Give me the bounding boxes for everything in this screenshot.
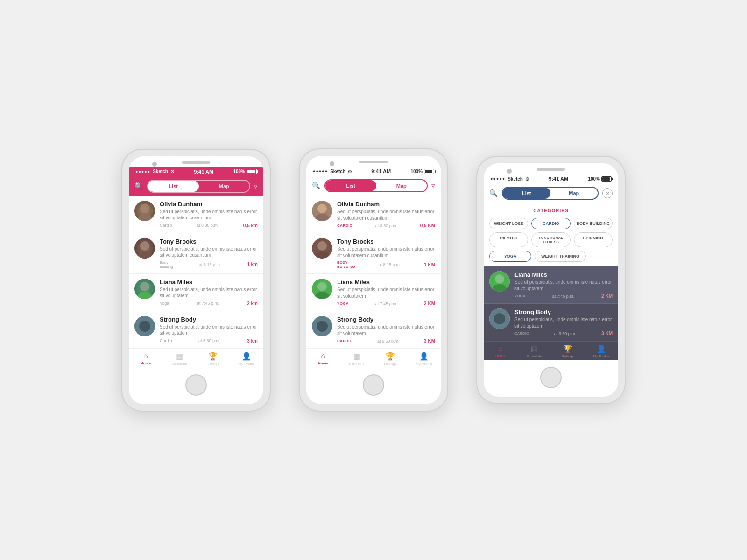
dark-item-3-2[interactable]: Strong Body Sed ut perspiciatis, unde om… <box>484 304 618 341</box>
cat-grid-row1: WEIGHT LOSS CARDIO BODY BUILDING <box>489 218 613 229</box>
time-3: 9:41 AM <box>549 176 568 182</box>
item-desc-1-1: Sed ut perspiciatis, unde omnis iste nat… <box>160 209 258 221</box>
cat-weight-training[interactable]: WEIGHT TRAINING <box>535 251 586 262</box>
dark-item-3-1[interactable]: Liana Miles Sed ut perspiciatis, unde om… <box>484 266 618 304</box>
cat-grid-row2: PILATES FUNCTIONAL FITNESS SPINNING <box>489 232 613 247</box>
filter-icon-1[interactable]: ▿ <box>254 182 258 190</box>
item-content-1-3: Liana Miles Sed ut perspiciatis, unde om… <box>160 279 258 306</box>
item-tag-2-4: CARDIO <box>337 339 352 343</box>
tab-schedule-2[interactable]: ▦ Schedule <box>340 352 374 366</box>
home-button-2[interactable] <box>363 374 384 396</box>
tab-list-1[interactable]: List <box>148 181 199 192</box>
tab-home-3[interactable]: ⌂ Home <box>484 344 517 358</box>
dark-item-desc-3-2: Sed ut perspiciatis, unde omnis iste nat… <box>514 316 613 329</box>
tab-group-2[interactable]: List Map <box>324 179 428 192</box>
search-icon-2[interactable]: 🔍 <box>312 182 321 190</box>
tab-map-2[interactable]: Map <box>376 180 427 191</box>
list-item-2-3[interactable]: Liana Miles Sed ut perspiciatis, unde om… <box>306 274 441 311</box>
cat-yoga[interactable]: YOGA <box>489 251 531 262</box>
signal-1: ●●●●● Sketch ⊙ <box>135 169 174 174</box>
home-button-3[interactable] <box>540 367 562 388</box>
list-item-2-4[interactable]: Strong Body Sed ut perspiciatis, unde om… <box>306 311 441 349</box>
tab-profile-3[interactable]: 👤 My Profile <box>585 344 618 358</box>
item-tag-1-2: BodyBuilding <box>160 260 173 269</box>
dark-item-footer-3-1: YOGA at 7:45 p.m. 2 KM <box>514 294 613 299</box>
tab-profile-1[interactable]: 👤 My Profile <box>230 352 263 366</box>
list-item-1-3[interactable]: Liana Miles Sed ut perspiciatis, unde om… <box>129 274 263 311</box>
tab-ratings-1[interactable]: 🏆 Ratings <box>196 352 230 366</box>
bottom-tabs-2: ⌂ Home ▦ Schedule 🏆 Ratings 👤 My Profile <box>306 349 441 368</box>
phone-bottom-1 <box>129 368 263 404</box>
schedule-label-1: Schedule <box>171 362 187 366</box>
avatar-tony-1 <box>134 238 155 259</box>
cat-pilates[interactable]: PILATES <box>489 232 528 247</box>
item-desc-2-2: Sed ut perspiciatis, unde omnis iste nat… <box>337 246 435 259</box>
schedule-icon-3: ▦ <box>531 344 538 353</box>
cat-body-building[interactable]: BODY BUILDING <box>574 218 613 229</box>
page-wrapper: ●●●●● Sketch ⊙ 9:41 AM 100% 🔍 List Map <box>0 111 747 449</box>
battery-pct-3: 100% <box>588 176 600 182</box>
phone-1: ●●●●● Sketch ⊙ 9:41 AM 100% 🔍 List Map <box>121 149 271 412</box>
tab-home-2[interactable]: ⌂ Home <box>306 352 340 366</box>
tab-schedule-3[interactable]: ▦ Schedule <box>517 344 551 358</box>
filter-icon-2[interactable]: ▿ <box>431 182 435 190</box>
svg-point-1 <box>138 214 152 221</box>
item-name-2-1: Olivia Dunham <box>337 201 435 208</box>
list-item-1-2[interactable]: Tony Brooks Sed ut perspiciatis, unde om… <box>129 233 263 274</box>
cat-cardio[interactable]: CARDIO <box>531 218 570 229</box>
item-dist-2-2: 1 KM <box>424 262 435 267</box>
tab-group-3[interactable]: List Map <box>502 187 599 200</box>
cat-weight-loss[interactable]: WEIGHT LOSS <box>489 218 528 229</box>
home-button-1[interactable] <box>185 374 207 396</box>
item-footer-1-3: Yoga at 7:45 p.m. 2 km <box>160 301 258 306</box>
phone-top-2 <box>306 156 441 166</box>
item-meta-1-3: at 7:45 p.m. <box>197 301 219 306</box>
svg-point-15 <box>317 282 327 291</box>
nav-bar-2[interactable]: 🔍 List Map ▿ <box>306 176 441 196</box>
home-label-1: Home <box>141 361 151 365</box>
item-desc-1-4: Sed ut perspiciatis, unde omnis iste nat… <box>160 324 258 336</box>
battery-pct-2: 100% <box>410 169 423 174</box>
battery-area-1: 100% <box>233 169 257 174</box>
dark-item-meta-3-1: at 7:45 p.m. <box>552 294 575 299</box>
home-label-3: Home <box>495 354 506 358</box>
tab-ratings-3[interactable]: 🏆 Ratings <box>551 344 585 358</box>
profile-icon-1: 👤 <box>242 352 251 361</box>
bottom-tabs-3: ⌂ Home ▦ Schedule 🏆 Ratings 👤 My Profile <box>484 341 618 360</box>
carrier-1: Sketch <box>153 169 168 174</box>
list-item-1-1[interactable]: Olivia Dunham Sed ut perspiciatis, unde … <box>129 196 263 233</box>
battery-area-3: 100% <box>588 176 612 182</box>
list-item-2-2[interactable]: Tony Brooks Sed ut perspiciatis, unde om… <box>306 233 441 274</box>
nav-bar-1[interactable]: 🔍 List Map ▿ <box>129 176 263 196</box>
battery-icon-3 <box>601 176 612 182</box>
home-icon-2: ⌂ <box>321 352 325 360</box>
avatar-liana-1 <box>134 279 155 299</box>
tab-home-1[interactable]: ⌂ Home <box>129 352 162 366</box>
list-item-1-4[interactable]: Strong Body Sed ut perspiciatis, unde om… <box>129 311 263 349</box>
tab-list-3[interactable]: List <box>503 188 550 199</box>
search-icon-3[interactable]: 🔍 <box>489 189 498 197</box>
tab-group-1[interactable]: List Map <box>147 180 250 193</box>
tab-ratings-2[interactable]: 🏆 Ratings <box>374 352 407 366</box>
tab-list-2[interactable]: List <box>325 180 376 191</box>
cat-spinning[interactable]: SPINNING <box>574 232 613 247</box>
cat-functional-fitness[interactable]: FUNCTIONAL FITNESS <box>531 232 570 247</box>
item-content-2-3: Liana Miles Sed ut perspiciatis, unde om… <box>337 279 435 306</box>
dark-list-3: Liana Miles Sed ut perspiciatis, unde om… <box>484 266 618 341</box>
tab-map-1[interactable]: Map <box>199 181 250 192</box>
svg-point-0 <box>140 204 149 213</box>
nav-bar-3[interactable]: 🔍 List Map ✕ <box>484 183 618 203</box>
search-icon-1[interactable]: 🔍 <box>134 182 143 190</box>
item-dist-2-3: 2 KM <box>424 301 435 306</box>
item-footer-1-2: BodyBuilding at 8:15 p.m. 1 km <box>160 260 258 269</box>
tab-profile-2[interactable]: 👤 My Profile <box>407 352 441 366</box>
ratings-label-1: Ratings <box>206 362 219 366</box>
tab-map-3[interactable]: Map <box>550 188 598 199</box>
list-item-2-1[interactable]: Olivia Dunham Sed ut perspiciatis, unde … <box>306 196 441 233</box>
ratings-label-3: Ratings <box>561 354 574 358</box>
svg-point-12 <box>317 241 327 251</box>
item-desc-2-4: Sed ut perspiciatis, unde omnis iste nat… <box>337 324 435 336</box>
tab-schedule-1[interactable]: ▦ Schedule <box>162 352 196 366</box>
item-desc-2-1: Sed ut perspiciatis, unde omnis iste nat… <box>337 209 435 221</box>
close-icon-3[interactable]: ✕ <box>602 188 613 198</box>
